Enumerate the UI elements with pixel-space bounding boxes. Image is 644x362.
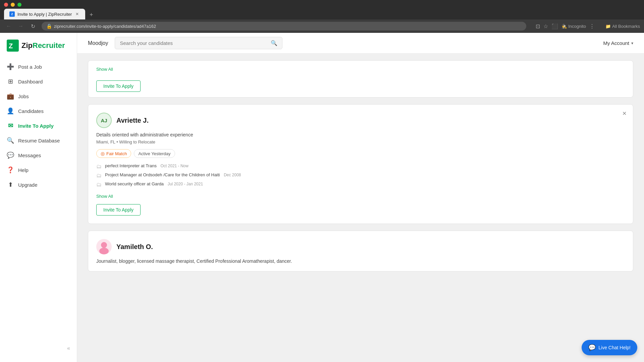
logo-area: Z ZipRecruiter	[0, 40, 77, 60]
active-tab[interactable]: Z Invite to Apply | ZipRecruiter ✕	[4, 9, 85, 19]
job-selector[interactable]: Moodjoy	[88, 40, 108, 46]
tag-fair-match: ◎ Fair Match	[96, 149, 131, 158]
content-area: Show All Invite To Apply ✕ AJ Avriette J…	[77, 54, 644, 362]
url-text: ziprecruiter.com/invite-to-apply/candida…	[54, 24, 156, 29]
window-close-btn[interactable]	[4, 3, 8, 7]
post-job-icon: ➕	[7, 63, 14, 70]
search-icon: 🔍	[271, 40, 277, 46]
top-bar: Moodjoy 🔍 My Account ▾	[77, 33, 644, 54]
my-account-label: My Account	[603, 40, 629, 46]
tab-title: Invite to Apply | ZipRecruiter	[17, 12, 72, 17]
sidebar-item-label-candidates: Candidates	[18, 108, 44, 114]
sidebar-item-jobs[interactable]: 💼 Jobs	[0, 89, 77, 103]
candidate-tagline-avriette: Details oriented with administrative exp…	[96, 132, 625, 137]
sidebar-item-label-invite-to-apply: Invite To Apply	[18, 123, 54, 129]
menu-icon[interactable]: ⋮	[589, 23, 595, 29]
app-container: Z ZipRecruiter ➕ Post a Job ⊞ Dashboard …	[0, 33, 644, 362]
live-chat-label: Live Chat Help!	[598, 345, 631, 350]
browser-toolbar-icons: ⊡ ☆ ⬛ 🕵 Incognito ⋮	[536, 23, 595, 29]
resume-database-icon: 🔍	[7, 137, 14, 144]
back-btn[interactable]: ←	[4, 21, 13, 31]
candidate-tagline-yamileth: Journalist, blogger, licensed massage th…	[96, 258, 625, 264]
exp-date-3: Jul 2020 - Jan 2021	[168, 182, 203, 186]
messages-icon: 💬	[7, 152, 14, 159]
new-tab-btn[interactable]: +	[87, 10, 96, 19]
cast-icon[interactable]: ⊡	[536, 23, 540, 29]
upgrade-icon: ⬆	[7, 181, 14, 188]
invite-btn-avriette[interactable]: Invite To Apply	[96, 204, 141, 216]
partial-invite-btn[interactable]: Invite To Apply	[96, 80, 141, 92]
tag-fair-match-label: Fair Match	[106, 151, 127, 156]
main-content: Moodjoy 🔍 My Account ▾ Show All Invite T…	[77, 33, 644, 362]
partial-card: Show All Invite To Apply	[88, 60, 633, 98]
sidebar-item-label-resume-database: Resume Database	[18, 138, 60, 143]
sidebar-collapse-btn[interactable]: «	[0, 341, 77, 355]
sidebar-item-resume-database[interactable]: 🔍 Resume Database	[0, 133, 77, 147]
card-header-yamileth: Yamileth O.	[96, 239, 625, 254]
address-bar-row: ← → ↻ 🔒 ziprecruiter.com/invite-to-apply…	[0, 19, 644, 33]
search-input[interactable]	[120, 40, 268, 46]
candidate-name-avriette: Avriette J.	[116, 117, 149, 124]
chat-icon: 💬	[588, 344, 596, 351]
bookmarks-area: 📁 All Bookmarks	[605, 24, 640, 29]
logo-text: ZipRecruiter	[21, 41, 65, 50]
exp-icon-2: 🗂	[96, 173, 102, 179]
sidebar-item-label-dashboard: Dashboard	[18, 79, 43, 84]
candidate-card-yamileth: Yamileth O. Journalist, blogger, license…	[88, 231, 633, 272]
exp-item-3: 🗂 World security officer at Garda Jul 20…	[96, 181, 625, 188]
svg-point-2	[101, 242, 107, 248]
sidebar-item-messages[interactable]: 💬 Messages	[0, 148, 77, 162]
exp-icon-3: 🗂	[96, 182, 102, 188]
window-maximize-btn[interactable]	[17, 3, 21, 7]
exp-text-1: perfect Interpreter at Trans Oct 2021 - …	[105, 163, 625, 168]
sidebar-item-upgrade[interactable]: ⬆ Upgrade	[0, 178, 77, 192]
exp-item-1: 🗂 perfect Interpreter at Trans Oct 2021 …	[96, 163, 625, 170]
exp-text-2: Project Manager at Ordsodeh /Care for th…	[105, 172, 625, 177]
sidebar-item-post-job[interactable]: ➕ Post a Job	[0, 60, 77, 74]
avatar-avriette: AJ	[96, 113, 112, 128]
candidate-name-yamileth: Yamileth O.	[116, 243, 153, 251]
address-bar[interactable]: 🔒 ziprecruiter.com/invite-to-apply/candi…	[42, 22, 526, 31]
tab-favicon: Z	[9, 11, 15, 17]
sidebar: Z ZipRecruiter ➕ Post a Job ⊞ Dashboard …	[0, 33, 77, 362]
show-all-link-avriette[interactable]: Show All	[96, 194, 113, 199]
sidebar-item-dashboard[interactable]: ⊞ Dashboard	[0, 74, 77, 88]
help-icon: ❓	[7, 166, 14, 174]
live-chat-btn[interactable]: 💬 Live Chat Help!	[582, 340, 637, 355]
extension-icon[interactable]: ⬛	[551, 23, 558, 29]
exp-text-3: World security officer at Garda Jul 2020…	[105, 181, 625, 186]
partial-show-all-link[interactable]: Show All	[96, 67, 113, 72]
sidebar-item-help[interactable]: ❓ Help	[0, 163, 77, 177]
candidate-tags-avriette: ◎ Fair Match Active Yesterday	[96, 149, 625, 158]
exp-date-1: Oct 2021 - Now	[161, 164, 189, 168]
svg-text:Z: Z	[9, 42, 13, 50]
candidate-location-avriette: Miami, FL • Willing to Relocate	[96, 139, 625, 144]
dashboard-icon: ⊞	[7, 78, 14, 85]
sidebar-item-label-post-job: Post a Job	[18, 64, 42, 70]
sidebar-item-label-messages: Messages	[18, 153, 41, 158]
window-minimize-btn[interactable]	[11, 3, 15, 7]
candidate-card-avriette: ✕ AJ Avriette J. Details oriented with a…	[88, 104, 633, 224]
exp-icon-1: 🗂	[96, 164, 102, 170]
tab-bar: Z Invite to Apply | ZipRecruiter ✕ +	[4, 9, 640, 19]
card-close-btn-avriette[interactable]: ✕	[620, 109, 628, 117]
ziprecruiter-logo-icon: Z	[7, 40, 19, 52]
search-box[interactable]: 🔍	[115, 37, 282, 49]
svg-point-3	[99, 248, 109, 254]
nav-items: ➕ Post a Job ⊞ Dashboard 💼 Jobs 👤 Candid…	[0, 60, 77, 192]
my-account-chevron: ▾	[631, 41, 633, 46]
my-account-btn[interactable]: My Account ▾	[603, 40, 633, 46]
exp-item-2: 🗂 Project Manager at Ordsodeh /Care for …	[96, 172, 625, 179]
sidebar-item-label-jobs: Jobs	[18, 94, 29, 99]
bookmark-icon[interactable]: ☆	[543, 23, 548, 29]
tab-close-btn[interactable]: ✕	[74, 11, 80, 17]
reload-btn[interactable]: ↻	[28, 21, 38, 31]
candidates-icon: 👤	[7, 107, 14, 115]
invite-to-apply-icon: ✉	[7, 122, 14, 129]
sidebar-item-label-upgrade: Upgrade	[18, 182, 38, 188]
sidebar-item-invite-to-apply[interactable]: ✉ Invite To Apply	[0, 119, 77, 133]
exp-date-2: Dec 2008	[224, 173, 241, 177]
sidebar-item-label-help: Help	[18, 167, 29, 173]
forward-btn[interactable]: →	[16, 21, 25, 31]
sidebar-item-candidates[interactable]: 👤 Candidates	[0, 104, 77, 118]
